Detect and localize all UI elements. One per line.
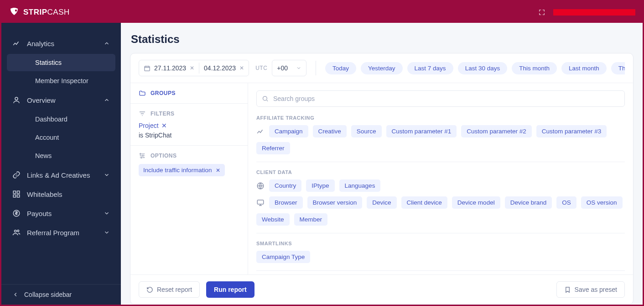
svg-point-12 (141, 157, 142, 158)
sidebar-item-account[interactable]: Account (7, 129, 115, 146)
filter-icon (139, 110, 146, 117)
account-bar[interactable] (553, 9, 635, 16)
topbar: STRIPCASH (1, 1, 643, 23)
options-header[interactable]: OPTIONS (139, 152, 239, 159)
chevron-down-icon (296, 65, 301, 71)
svg-point-1 (15, 97, 18, 100)
svg-point-0 (15, 9, 17, 11)
chip-website[interactable]: Website (256, 213, 290, 226)
filter-sub-text: is StripChat (139, 132, 239, 139)
filter-tag-project[interactable]: Project ✕ (139, 122, 167, 129)
preset-today[interactable]: Today (325, 62, 356, 74)
sidebar-item-referral-program[interactable]: Referral Program (1, 223, 121, 242)
sidebar-item-analytics[interactable]: Analytics (1, 34, 121, 53)
chart-line-icon (12, 39, 21, 47)
chip-custom-1[interactable]: Custom parameter #1 (386, 125, 457, 137)
preset-yesterday[interactable]: Yesterday (361, 62, 403, 74)
svg-rect-9 (145, 66, 150, 71)
chip-campaign-type[interactable]: Campaign Type (256, 251, 310, 263)
options-icon (139, 152, 146, 159)
chip-languages[interactable]: Languages (339, 179, 381, 192)
preset-last-7-days[interactable]: Last 7 days (407, 62, 453, 74)
clear-from-icon[interactable]: ✕ (190, 65, 194, 71)
chip-member[interactable]: Member (294, 213, 328, 226)
calendar-icon (144, 65, 151, 72)
date-from: 27.11.2023 (154, 64, 186, 72)
remove-option-icon[interactable]: ✕ (216, 167, 220, 174)
option-chip-traffic[interactable]: Include traffic information ✕ (139, 164, 225, 176)
chip-custom-3[interactable]: Custom parameter #3 (536, 125, 607, 137)
logo-text: STRIPCASH (23, 8, 70, 17)
sidebar-item-news[interactable]: News (7, 147, 115, 164)
logo[interactable]: STRIPCASH (9, 7, 70, 18)
sidebar-item-label: Referral Program (27, 229, 79, 237)
svg-rect-4 (13, 195, 16, 197)
tz-select[interactable]: +00 (272, 60, 306, 76)
monitor-icon (256, 199, 265, 207)
chevron-down-icon (104, 172, 110, 178)
users-icon (12, 228, 21, 237)
svg-rect-3 (17, 191, 20, 193)
logo-icon (9, 7, 20, 18)
sidebar-item-payouts[interactable]: Payouts (1, 204, 121, 223)
svg-point-11 (142, 155, 144, 157)
chip-referrer[interactable]: Referrer (256, 142, 290, 154)
chip-browser[interactable]: Browser (269, 196, 303, 209)
chip-custom-2[interactable]: Custom parameter #2 (461, 125, 532, 137)
sidebar-item-label: Whitelabels (27, 190, 62, 198)
save-preset-button[interactable]: Save as preset (556, 281, 625, 298)
chip-campaign[interactable]: Campaign (269, 125, 308, 137)
chip-country[interactable]: Country (269, 179, 301, 192)
chip-device-model[interactable]: Device model (452, 196, 500, 209)
chevron-up-icon (104, 40, 110, 47)
sidebar-item-dashboard[interactable]: Dashboard (7, 111, 115, 128)
date-range[interactable]: 27.11.2023 ✕ 04.12.2023 ✕ (139, 60, 249, 76)
svg-rect-15 (257, 200, 264, 204)
svg-point-7 (15, 230, 17, 232)
chip-device-brand[interactable]: Device brand (505, 196, 552, 209)
sidebar-item-member-inspector[interactable]: Member Inspector (7, 72, 115, 90)
date-presets: Today Yesterday Last 7 days Last 30 days… (325, 62, 625, 74)
search-input[interactable] (256, 90, 625, 107)
chip-browser-version[interactable]: Browser version (307, 196, 363, 209)
chip-source[interactable]: Source (351, 125, 382, 137)
sidebar-item-statistics[interactable]: Statistics (7, 54, 115, 71)
chart-line-icon (256, 127, 265, 136)
collapse-sidebar-button[interactable]: Collapse sidebar (1, 284, 121, 305)
svg-rect-2 (13, 191, 16, 193)
chip-device[interactable]: Device (367, 196, 396, 209)
sidebar-item-overview[interactable]: Overview (1, 90, 121, 110)
chevron-down-icon (104, 210, 110, 216)
remove-filter-icon[interactable]: ✕ (161, 122, 167, 129)
sidebar-item-whitelabels[interactable]: Whitelabels (1, 185, 121, 204)
content: Statistics 27.11.2023 ✕ 04.12.2023 ✕ (121, 23, 643, 305)
chip-os-version[interactable]: OS version (581, 196, 623, 209)
globe-icon (256, 182, 265, 190)
refresh-icon (146, 286, 153, 293)
chip-client-device[interactable]: Client device (401, 196, 447, 209)
fullscreen-icon[interactable] (539, 9, 545, 16)
sidebar-item-links-ad-creatives[interactable]: Links & Ad Creatives (1, 165, 121, 185)
clear-to-icon[interactable]: ✕ (239, 65, 244, 71)
preset-last-month[interactable]: Last month (561, 62, 607, 74)
preset-this-year[interactable]: This year (611, 62, 625, 74)
folder-icon (139, 90, 146, 97)
tz-value: +00 (277, 64, 288, 72)
run-report-button[interactable]: Run report (206, 281, 254, 298)
dollar-icon (12, 209, 21, 217)
chip-creative[interactable]: Creative (313, 125, 347, 137)
preset-this-month[interactable]: This month (512, 62, 557, 74)
filters-header[interactable]: FILTERS (139, 110, 239, 117)
group-label-client-data: CLIENT DATA (256, 169, 625, 175)
panel-footer: Reset report Run report Save as preset (130, 274, 633, 304)
reset-report-button[interactable]: Reset report (139, 281, 200, 298)
chip-iptype[interactable]: IPtype (306, 179, 334, 192)
search-icon (262, 95, 269, 102)
group-label-affiliate: AFFILIATE TRACKING (256, 115, 625, 121)
groups-header[interactable]: GROUPS (139, 90, 239, 97)
chip-os[interactable]: OS (556, 196, 576, 209)
group-label-smartlinks: SMARTLINKS (256, 241, 625, 246)
svg-rect-5 (17, 195, 20, 197)
sidebar: Analytics Statistics Member Inspector Ov… (1, 23, 121, 305)
preset-last-30-days[interactable]: Last 30 days (458, 62, 508, 74)
